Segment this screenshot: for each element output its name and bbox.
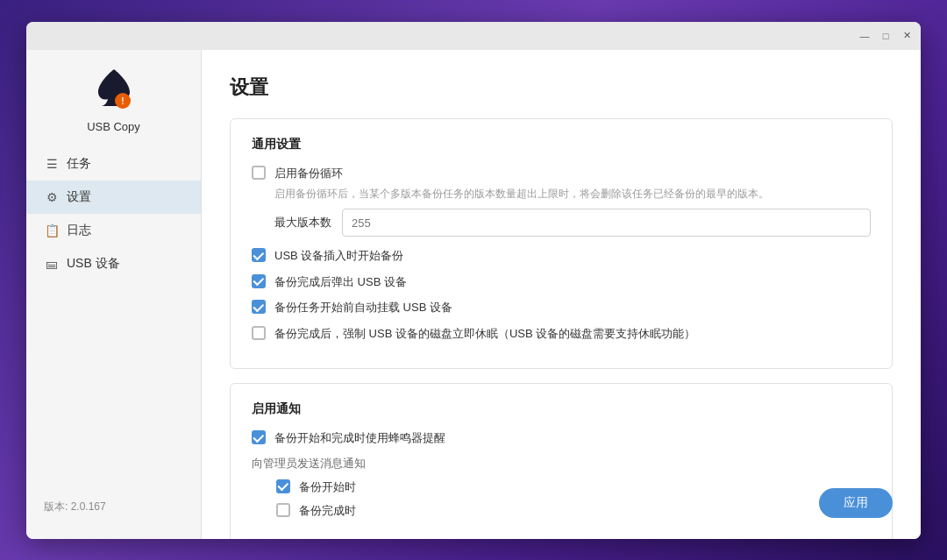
max-version-label: 最大版本数 [274,215,331,230]
backup-cycle-desc: 启用备份循环后，当某个多版本备份任务的版本数量超出上限时，将会删除该任务已经备份… [274,187,871,202]
app-window: — □ ✕ ! USB Copy ☰ 任务 [26,22,921,539]
sidebar-item-logs[interactable]: 📋 日志 [26,214,201,247]
backup-cycle-row: 启用备份循环 [252,165,871,182]
notify-complete-label: 备份完成时 [299,502,356,520]
general-settings-section: 通用设置 启用备份循环 启用备份循环后，当某个多版本备份任务的版本数量超出上限时… [230,118,893,370]
auto-mount-row: 备份任务开始前自动挂载 USB 设备 [252,299,871,316]
sidebar-item-settings-label: 设置 [67,189,91,205]
app-name: USB Copy [87,120,140,133]
svg-text:!: ! [121,96,124,106]
sidebar-item-tasks-label: 任务 [67,156,91,172]
backup-cycle-label: 启用备份循环 [274,165,343,182]
general-section-title: 通用设置 [252,137,871,152]
eject-after-backup-row: 备份完成后弹出 USB 设备 [252,273,871,291]
beep-label: 备份开始和完成时使用蜂鸣器提醒 [274,429,445,447]
notify-complete-checkbox[interactable] [276,503,290,517]
notify-start-checkbox[interactable] [276,479,290,493]
auto-backup-row: USB 设备插入时开始备份 [252,247,871,265]
sidebar: ! USB Copy ☰ 任务 ⚙ 设置 📋 日志 🖴 [26,50,202,539]
notifications-section: 启用通知 备份开始和完成时使用蜂鸣器提醒 向管理员发送消息通知 备份开始时 备份… [230,383,893,539]
list-icon: ☰ [44,156,60,172]
main-content: 设置 通用设置 启用备份循环 启用备份循环后，当某个多版本备份任务的版本数量超出… [202,50,921,539]
max-version-row: 最大版本数 [274,209,871,237]
notifications-section-title: 启用通知 [252,401,871,417]
minimize-button[interactable]: — [858,29,872,43]
file-icon: 📋 [44,223,60,238]
beep-row: 备份开始和完成时使用蜂鸣器提醒 [252,429,871,447]
content-area: ! USB Copy ☰ 任务 ⚙ 设置 📋 日志 🖴 [26,50,921,539]
usb-icon: 🖴 [44,256,60,272]
auto-mount-label: 备份任务开始前自动挂载 USB 设备 [274,299,452,316]
eject-after-backup-checkbox[interactable] [252,274,266,288]
close-button[interactable]: ✕ [900,29,914,43]
sleep-after-backup-label: 备份完成后，强制 USB 设备的磁盘立即休眠（USB 设备的磁盘需要支持休眠功能… [274,325,695,343]
app-icon: ! [89,64,139,113]
maximize-button[interactable]: □ [879,29,893,43]
auto-backup-label: USB 设备插入时开始备份 [274,247,403,265]
notify-start-label: 备份开始时 [299,478,356,496]
notify-start-row: 备份开始时 [276,478,871,496]
max-version-input[interactable] [342,209,871,237]
sidebar-item-logs-label: 日志 [67,223,91,238]
sidebar-item-usb[interactable]: 🖴 USB 设备 [26,247,201,280]
titlebar: — □ ✕ [26,22,921,50]
backup-cycle-checkbox[interactable] [252,166,266,180]
sidebar-item-tasks[interactable]: ☰ 任务 [26,147,201,181]
version-label: 版本: 2.0.167 [26,489,201,525]
sleep-after-backup-checkbox[interactable] [252,326,266,340]
sidebar-item-usb-label: USB 设备 [67,256,120,272]
sidebar-item-settings[interactable]: ⚙ 设置 [26,181,201,214]
auto-mount-checkbox[interactable] [252,300,266,314]
eject-after-backup-label: 备份完成后弹出 USB 设备 [274,273,407,291]
beep-checkbox[interactable] [252,430,266,444]
auto-backup-checkbox[interactable] [252,248,266,262]
sidebar-nav: ☰ 任务 ⚙ 设置 📋 日志 🖴 USB 设备 [26,147,201,280]
apply-button[interactable]: 应用 [819,488,893,518]
sub-label: 向管理员发送消息通知 [252,456,871,471]
gear-icon: ⚙ [44,189,60,205]
page-title: 设置 [230,74,893,101]
notify-complete-row: 备份完成时 [276,502,871,520]
sleep-after-backup-row: 备份完成后，强制 USB 设备的磁盘立即休眠（USB 设备的磁盘需要支持休眠功能… [252,325,871,343]
